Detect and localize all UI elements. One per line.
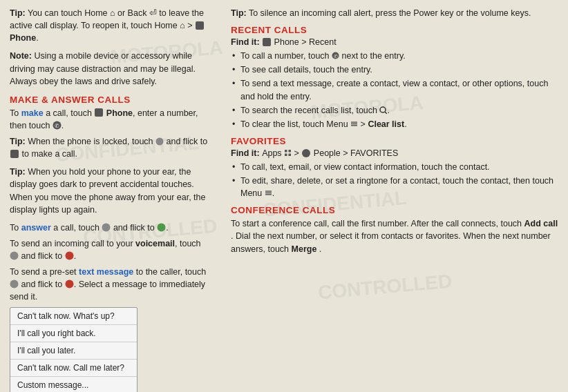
- popup-item-4[interactable]: Can't talk now. Call me later?: [10, 360, 137, 377]
- svg-rect-18: [285, 154, 287, 157]
- tip1-text: You can touch Home ⌂ or Back ⏎ to leave …: [10, 8, 204, 30]
- note-text: Using a mobile device or accessory while…: [10, 51, 196, 86]
- favorites-find: Find it: Apps > People > FAVORITES: [231, 148, 558, 158]
- conf-text-end: .: [319, 244, 321, 254]
- svg-point-7: [10, 280, 19, 288]
- svg-rect-13: [351, 121, 357, 122]
- svg-rect-20: [265, 191, 272, 192]
- svg-point-6: [65, 252, 73, 260]
- tip1: Tip: You can touch Home ⌂ or Back ⏎ to l…: [10, 7, 210, 44]
- recent-bullet-1: To call a number, touch ✆ next to the en…: [231, 50, 558, 62]
- voicemail-text: To send an incoming call to your voicema…: [10, 237, 210, 262]
- tip3: Tip: When you hold your phone to your ea…: [10, 166, 210, 216]
- call-icon: ✆: [53, 121, 61, 130]
- recent-calls-find: Find it: Phone > Recent: [231, 37, 558, 47]
- svg-point-4: [158, 223, 166, 231]
- recent-bullet-5: To clear the list, touch Menu > Clear li…: [231, 118, 558, 130]
- popup-item-1[interactable]: Can't talk now. What's up?: [10, 308, 137, 325]
- recent-find-label: Find it:: [231, 37, 262, 47]
- phone-icon-tip1: [196, 21, 204, 30]
- svg-line-12: [385, 112, 387, 114]
- make-answer-heading: MAKE & ANSWER CALLS: [10, 95, 210, 105]
- tip2-label: Tip:: [10, 137, 26, 146]
- msg-icon1: [10, 280, 19, 288]
- voicemail-icon: [10, 251, 19, 260]
- recent-find-text: Phone > Recent: [274, 37, 337, 47]
- right-tip1: Tip: To silence an incoming call alert, …: [231, 7, 558, 19]
- menu-icon-recent: [350, 120, 358, 128]
- apps-icon: [284, 149, 292, 157]
- recent-bullet-3: To send a text message, create a contact…: [231, 77, 558, 102]
- svg-text:✆: ✆: [55, 123, 59, 129]
- msg-icon2: [65, 280, 74, 288]
- svg-point-11: [380, 107, 386, 112]
- lock-icon: [155, 137, 164, 146]
- right-tip1-text: To silence an incoming call alert, press…: [249, 8, 531, 18]
- text-message-popup: Can't talk now. What's up? I'll call you…: [10, 307, 138, 393]
- conference-calls-heading: CONFERENCE CALLS: [231, 205, 558, 215]
- call-entry-icon: ✆: [332, 52, 339, 59]
- svg-rect-17: [289, 150, 292, 153]
- search-icon: [379, 106, 387, 114]
- phone-icon-tip2: [10, 150, 19, 158]
- make-answer-section: MAKE & ANSWER CALLS To make a call, touc…: [10, 95, 210, 392]
- preset-text: To send a pre-set text message to the ca…: [10, 266, 210, 303]
- svg-rect-15: [351, 125, 357, 126]
- popup-item-2[interactable]: I'll call you right back.: [10, 325, 137, 342]
- menu-icon-fav: [265, 189, 272, 197]
- tip3-text: When you hold your phone to your ear, th…: [10, 167, 206, 214]
- fav-find-text: Apps: [262, 148, 284, 158]
- svg-rect-22: [265, 195, 272, 195]
- conf-text-pre: To start a conference call, call the fir…: [231, 219, 524, 228]
- phone-icon-make: [95, 108, 103, 117]
- phone-label-make: Phone: [106, 108, 133, 118]
- popup-item-custom[interactable]: Custom message...: [10, 377, 137, 393]
- note: Note: Using a mobile device or accessory…: [10, 50, 210, 87]
- tip2: Tip: When the phone is locked, touch and…: [10, 135, 210, 160]
- conference-calls-text: To start a conference call, call the fir…: [231, 217, 558, 255]
- recent-calls-list: To call a number, touch ✆ next to the en…: [231, 50, 558, 130]
- svg-text:✆: ✆: [334, 54, 338, 59]
- right-column: Tip: To silence an incoming call alert, …: [224, 7, 558, 392]
- merge-label: Merge: [292, 244, 317, 254]
- add-call-label: Add call: [524, 219, 558, 228]
- favorites-list: To call, text, email, or view contact in…: [231, 161, 558, 199]
- answer-bold: answer: [21, 223, 51, 233]
- recent-bullet-4: To search the recent calls list, touch .: [231, 104, 558, 117]
- clear-list-label: Clear list: [368, 119, 404, 129]
- svg-rect-16: [285, 150, 287, 153]
- recent-bullet-2: To see call details, touch the entry.: [231, 63, 558, 76]
- svg-point-2: [156, 137, 164, 145]
- right-tip1-label: Tip:: [231, 8, 247, 18]
- svg-point-8: [65, 280, 73, 288]
- answer-call-text: To answer a call, touch and flick to .: [10, 222, 210, 234]
- conf-text-mid: . Dial the next number, or select it fro…: [231, 231, 551, 253]
- left-column: Tip: You can touch Home ⌂ or Back ⏎ to l…: [10, 7, 224, 392]
- tip1-label: Tip:: [10, 8, 26, 18]
- recent-calls-heading: RECENT CALLS: [231, 25, 558, 35]
- svg-rect-14: [351, 124, 357, 124]
- fav-find-label: Find it:: [231, 148, 262, 158]
- fav-bullet-1: To call, text, email, or view contact in…: [231, 161, 558, 173]
- svg-point-3: [102, 223, 111, 231]
- red-phone-icon: [65, 251, 74, 260]
- svg-rect-19: [289, 154, 292, 157]
- tip3-label: Tip:: [10, 167, 26, 177]
- phone-icon-recent: [263, 38, 271, 46]
- svg-rect-21: [265, 193, 272, 193]
- voicemail-bold: voicemail: [135, 239, 175, 248]
- people-icon: [302, 149, 310, 157]
- tip1-phone-label: Phone: [10, 33, 36, 43]
- popup-item-3[interactable]: I'll call you later.: [10, 342, 137, 360]
- text-message-bold: text message: [79, 267, 133, 277]
- make-call-text: To make a call, touch Phone, enter a num…: [10, 107, 210, 132]
- green-phone-icon: [157, 223, 166, 232]
- note-label: Note:: [10, 51, 32, 61]
- svg-point-5: [10, 252, 19, 260]
- make-bold: make: [21, 108, 44, 118]
- fav-bullet-2: To edit, share, delete, or set a rington…: [231, 175, 558, 199]
- favorites-heading: FAVORITES: [231, 136, 558, 146]
- tip2-text: When the phone is locked, touch: [28, 137, 155, 146]
- answer-icon: [102, 223, 111, 232]
